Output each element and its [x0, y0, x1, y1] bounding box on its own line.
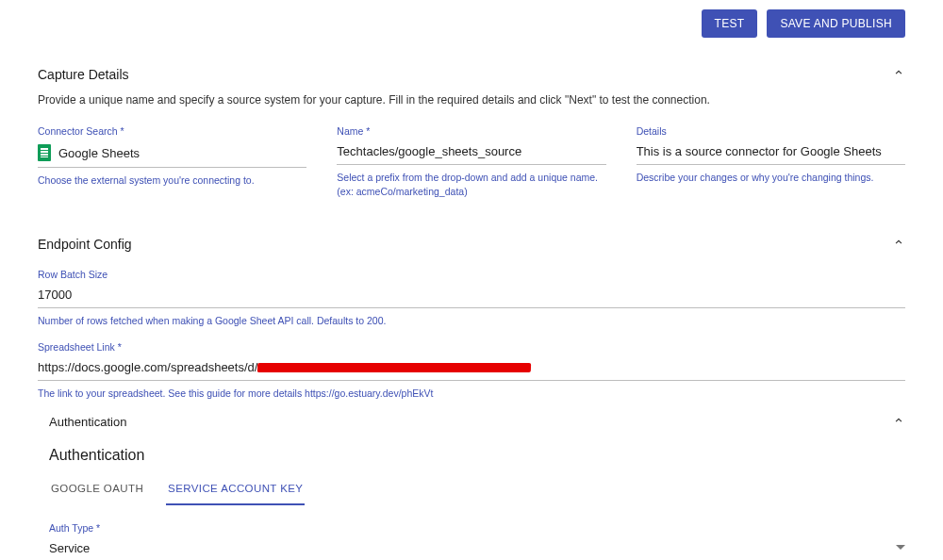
- capture-collapse-toggle[interactable]: [892, 66, 905, 82]
- tab-google-oauth[interactable]: GOOGLE OAUTH: [49, 477, 145, 505]
- spreadsheet-link-prefix: https://docs.google.com/spreadsheets/d/: [38, 360, 257, 374]
- auth-type-label: Auth Type *: [49, 522, 905, 534]
- connector-search-label: Connector Search *: [38, 125, 306, 137]
- endpoint-config-title: Endpoint Config: [38, 237, 132, 252]
- save-publish-button[interactable]: SAVE AND PUBLISH: [767, 9, 905, 38]
- capture-fields-row: Connector Search * Google Sheets Choose …: [38, 125, 905, 198]
- details-label: Details: [637, 125, 905, 137]
- name-label: Name *: [337, 125, 605, 137]
- row-batch-helper: Number of rows fetched when making a Goo…: [38, 314, 905, 328]
- spreadsheet-link-redacted: [257, 363, 531, 372]
- spreadsheet-link-label: Spreadsheet Link *: [38, 341, 905, 353]
- auth-type-field: Auth Type * Service: [49, 522, 905, 560]
- name-value: Techtacles/google_sheets_source: [337, 144, 521, 158]
- connector-search-col: Connector Search * Google Sheets Choose …: [38, 125, 306, 198]
- auth-type-select[interactable]: Service: [49, 537, 905, 560]
- spreadsheet-link-helper: The link to your spreadsheet. See this g…: [38, 387, 905, 401]
- test-button[interactable]: TEST: [702, 9, 758, 38]
- tab-service-account-key[interactable]: SERVICE ACCOUNT KEY: [166, 477, 305, 505]
- row-batch-label: Row Batch Size: [38, 269, 905, 280]
- capture-details-title: Capture Details: [38, 67, 129, 82]
- authentication-block: Authentication GOOGLE OAUTH SERVICE ACCO…: [38, 447, 905, 560]
- spreadsheet-link-field: Spreadsheet Link * https://docs.google.c…: [38, 341, 905, 401]
- capture-details-header: Capture Details: [38, 66, 905, 82]
- connector-search-field[interactable]: Google Sheets: [38, 140, 306, 168]
- spreadsheet-link-input[interactable]: https://docs.google.com/spreadsheets/d/: [38, 356, 905, 381]
- auth-type-value: Service: [49, 541, 90, 555]
- authentication-collapse-toggle[interactable]: [892, 414, 905, 430]
- details-value: This is a source connector for Google Sh…: [637, 144, 882, 158]
- details-col: Details This is a source connector for G…: [637, 125, 905, 198]
- details-input[interactable]: This is a source connector for Google Sh…: [637, 140, 905, 165]
- top-action-bar: TEST SAVE AND PUBLISH: [38, 9, 905, 38]
- row-batch-value: 17000: [38, 288, 72, 302]
- authentication-section-header: Authentication: [38, 414, 905, 430]
- row-batch-input[interactable]: 17000: [38, 284, 905, 308]
- endpoint-config-header: Endpoint Config: [38, 236, 905, 252]
- connector-search-value: Google Sheets: [58, 146, 140, 160]
- google-sheets-icon: [38, 144, 51, 161]
- name-helper: Select a prefix from the drop-down and a…: [337, 171, 605, 198]
- capture-details-description: Provide a unique name and specify a sour…: [38, 93, 905, 107]
- chevron-up-icon: [892, 66, 905, 79]
- connector-search-helper: Choose the external system you're connec…: [38, 173, 306, 188]
- endpoint-collapse-toggle[interactable]: [892, 236, 905, 252]
- dropdown-caret-icon: [896, 541, 905, 555]
- row-batch-field: Row Batch Size 17000 Number of rows fetc…: [38, 269, 905, 328]
- auth-tabs: GOOGLE OAUTH SERVICE ACCOUNT KEY: [49, 477, 905, 505]
- authentication-title: Authentication: [49, 447, 905, 464]
- chevron-up-icon: [892, 414, 905, 427]
- name-input[interactable]: Techtacles/google_sheets_source: [337, 140, 605, 165]
- details-helper: Describe your changes or why you're chan…: [637, 171, 905, 185]
- chevron-up-icon: [892, 236, 905, 249]
- authentication-header-text: Authentication: [49, 415, 126, 429]
- name-col: Name * Techtacles/google_sheets_source S…: [337, 125, 605, 198]
